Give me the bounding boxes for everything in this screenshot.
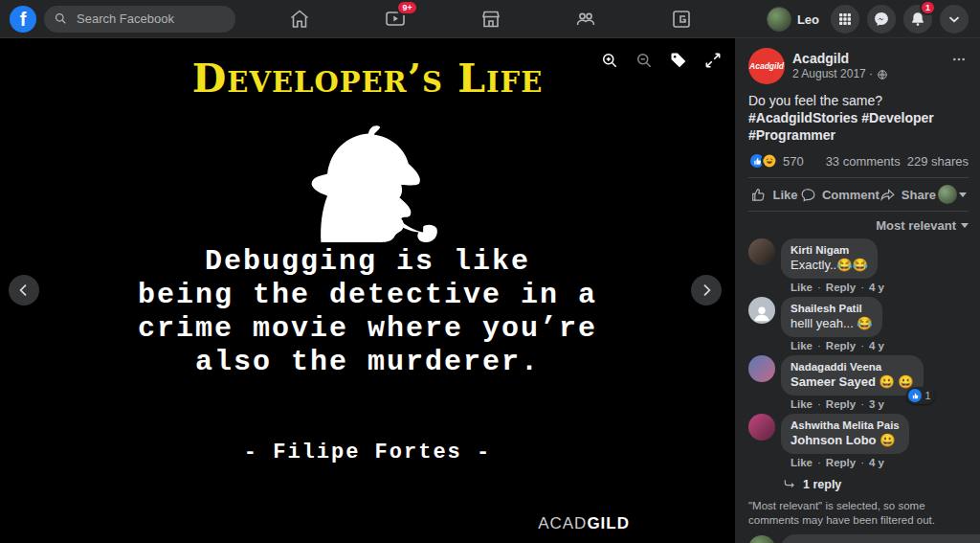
quote-line: also the murderer. — [0, 346, 735, 379]
comment-like-link[interactable]: Like — [791, 457, 813, 468]
chevron-right-icon — [699, 283, 714, 298]
search-icon — [54, 11, 68, 26]
reply-arrow-icon — [783, 478, 796, 491]
messenger-icon — [873, 11, 890, 28]
grid-menu-icon — [836, 11, 854, 28]
share-as-selector[interactable] — [936, 185, 969, 204]
globe-icon — [877, 69, 888, 80]
mention-link[interactable]: Sameer Sayed — [791, 374, 876, 389]
watch-tab[interactable]: 9+ — [383, 7, 408, 32]
tag-button[interactable] — [668, 50, 689, 71]
comment-text-rest: helll yeah... 😂 — [791, 316, 873, 330]
comment-bubble: Shailesh Patil helll yeah... 😂 — [781, 297, 882, 337]
share-button[interactable]: Share — [880, 180, 936, 209]
avatar — [767, 7, 791, 32]
notifications-button[interactable]: 1 — [903, 5, 932, 34]
quote-author: - Filipe Fortes - — [0, 441, 735, 464]
comment-text-rest: 😀 — [877, 433, 896, 447]
post-hashtags[interactable]: #AcadgildStories #Developer #Programmer — [748, 109, 969, 144]
groups-tab[interactable] — [573, 7, 598, 32]
post-text: Do you feel the same? #AcadgildStories #… — [748, 92, 969, 144]
gaming-tab[interactable] — [669, 7, 694, 32]
avatar[interactable] — [748, 355, 775, 382]
comment-button[interactable]: Comment — [800, 180, 880, 209]
avatar[interactable] — [748, 297, 775, 324]
comment-reaction-badge[interactable]: 1 — [906, 387, 934, 404]
comment-reply-link[interactable]: Reply — [813, 340, 856, 351]
groups-icon — [574, 8, 597, 31]
comment-like-link[interactable]: Like — [791, 398, 813, 410]
comment-composer: GIF — [748, 534, 969, 543]
comment-meta: Like Reply 4 y — [791, 457, 909, 468]
comment-time[interactable]: 3 y — [856, 398, 884, 410]
profile-name: Leo — [797, 12, 819, 27]
search-bar[interactable] — [44, 6, 235, 33]
comment-like-link[interactable]: Like — [791, 282, 813, 293]
post-date-text[interactable]: 2 August 2017 · — [792, 67, 873, 81]
search-input[interactable] — [75, 11, 218, 27]
reaction-count[interactable]: 570 — [783, 154, 804, 169]
reaction-icons[interactable] — [748, 152, 778, 170]
comment-text-rest: Exactly..😂😂 — [791, 258, 868, 272]
post-date: 2 August 2017 · — [792, 67, 942, 81]
sherlock-silhouette-image — [286, 105, 449, 242]
comment-time[interactable]: 4 y — [856, 457, 884, 468]
page-name[interactable]: Acadgild — [792, 51, 942, 67]
notification-badge: 1 — [920, 0, 936, 15]
engagement-counts: 570 33 comments 229 shares — [748, 152, 969, 177]
photo-toolbar — [599, 50, 724, 71]
comment-reaction-count: 1 — [924, 390, 930, 401]
home-tab[interactable] — [287, 7, 312, 32]
menu-button[interactable] — [831, 5, 859, 34]
page-avatar[interactable]: Acadgild — [748, 48, 785, 84]
commenter-name[interactable]: Nadagaddi Veena — [791, 360, 914, 373]
quote-line: being the detective in a — [0, 279, 735, 312]
account-menu-button[interactable] — [940, 5, 969, 34]
facebook-logo-icon[interactable]: f — [10, 6, 36, 33]
comment-text: Sameer Sayed 😀 😀 — [791, 373, 914, 390]
comment-meta: Like Reply 3 y — [791, 398, 924, 410]
comment-sort-selector[interactable]: Most relevant — [748, 212, 969, 238]
acadgild-watermark: ACADGILD — [538, 514, 630, 533]
share-label: Share — [902, 188, 936, 202]
thumbs-up-icon — [750, 187, 767, 203]
avatar[interactable] — [748, 238, 775, 265]
post-options-button[interactable] — [949, 48, 969, 71]
comment-reply-link[interactable]: Reply — [813, 398, 856, 410]
shares-count[interactable]: 229 shares — [907, 154, 969, 169]
fullscreen-button[interactable] — [702, 50, 724, 71]
commenter-name[interactable]: Ashwitha Melita Pais — [791, 419, 900, 432]
commenter-name[interactable]: Shailesh Patil — [791, 302, 873, 315]
comment-bubble: Kirti Nigam Exactly..😂😂 — [781, 238, 878, 279]
post-panel: Acadgild Acadgild 2 August 2017 · Do you… — [735, 38, 980, 543]
comment-time[interactable]: 4 y — [856, 340, 884, 351]
messenger-button[interactable] — [867, 5, 896, 34]
post-header-info: Acadgild 2 August 2017 · — [792, 51, 942, 81]
comment-item: Nadagaddi Veena Sameer Sayed 😀 😀 1 Like … — [748, 355, 969, 410]
comment-text: helll yeah... 😂 — [791, 315, 873, 331]
zoom-out-button[interactable] — [634, 50, 655, 71]
comment-text-rest: 😀 😀 — [876, 374, 914, 389]
comment-like-link[interactable]: Like — [791, 340, 813, 351]
zoom-in-button[interactable] — [599, 50, 620, 71]
chevron-left-icon — [16, 283, 32, 298]
comment-reply-link[interactable]: Reply — [813, 457, 856, 468]
zoom-out-icon — [635, 51, 654, 70]
avatar[interactable] — [748, 414, 775, 441]
view-replies-link[interactable]: 1 reply — [783, 478, 969, 491]
next-photo-button[interactable] — [691, 275, 722, 305]
comments-count[interactable]: 33 comments — [826, 154, 901, 169]
comment-reply-link[interactable]: Reply — [813, 282, 856, 293]
like-button[interactable]: Like — [748, 180, 800, 209]
previous-photo-button[interactable] — [9, 275, 39, 305]
marketplace-tab[interactable] — [479, 7, 503, 32]
ellipsis-icon — [951, 52, 967, 67]
comment-input-pill[interactable]: GIF — [781, 534, 980, 543]
commenter-name[interactable]: Kirti Nigam — [791, 243, 868, 257]
profile-chip[interactable]: Leo — [767, 7, 819, 32]
comment-bubble: Ashwitha Melita Pais Johnson Lobo 😀 — [781, 414, 909, 454]
comment-body: Kirti Nigam Exactly..😂😂 Like Reply 4 y — [781, 238, 884, 293]
comment-body: Shailesh Patil helll yeah... 😂 Like Repl… — [781, 297, 884, 351]
mention-link[interactable]: Johnson Lobo — [791, 433, 877, 447]
comment-time[interactable]: 4 y — [856, 282, 884, 293]
